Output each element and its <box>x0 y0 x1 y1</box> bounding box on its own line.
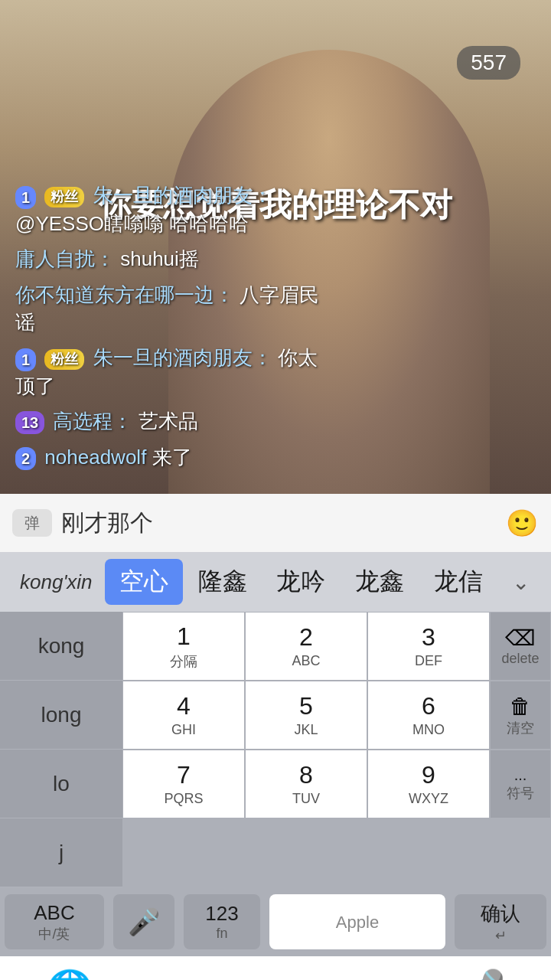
key-6[interactable]: 6 MNO <box>367 681 490 750</box>
word-choice-3[interactable]: j <box>0 818 122 887</box>
video-area: 557 你要想觉着我的理论不对 1 粉丝 朱一旦的酒肉朋友： @YESSO瞎嗡嗡… <box>0 0 551 494</box>
confirm-button[interactable]: 确认 ↵ <box>455 894 546 949</box>
fan-badge: 粉丝 <box>44 187 84 207</box>
keyboard-main: kong long lo j 1 分隔 2 ABC 3 DEF <box>0 612 551 887</box>
pinyin-hint: kong'xin <box>8 570 105 594</box>
globe-icon[interactable]: 🌐 <box>46 968 93 980</box>
word-choice-2[interactable]: lo <box>0 750 122 818</box>
chat-message: 你不知道东方在哪一边： 八字眉民谣 <box>15 281 337 337</box>
message-text: shuhui摇 <box>120 247 199 270</box>
key-4[interactable]: 4 GHI <box>122 681 245 750</box>
key-1[interactable]: 1 分隔 <box>122 612 245 681</box>
keyboard-area: kong long lo j 1 分隔 2 ABC 3 DEF <box>0 612 551 956</box>
viewer-count: 557 <box>457 46 520 80</box>
expand-suggestions-button[interactable]: ⌄ <box>497 559 543 605</box>
text-input[interactable]: 刚才那个 <box>61 506 496 540</box>
suggestion-item-3[interactable]: 龙鑫 <box>341 559 419 605</box>
message-text: 来了 <box>152 446 192 469</box>
mic-button[interactable]: 🎤 <box>113 894 174 949</box>
username: 庸人自扰： <box>15 247 115 270</box>
username: 高选程： <box>53 410 132 433</box>
key-3[interactable]: 3 DEF <box>367 612 490 681</box>
key-8[interactable]: 8 TUV <box>245 750 367 818</box>
123-button[interactable]: 123 fn <box>184 894 260 949</box>
ime-suggestion-bar: kong'xin 空心 隆鑫 龙吟 龙鑫 龙信 ⌄ <box>0 552 551 612</box>
message-text: @YESSO瞎嗡嗡 哈哈哈哈 <box>15 212 249 235</box>
chat-message: 1 粉丝 朱一旦的酒肉朋友： 你太顶了 <box>15 344 337 400</box>
suggestion-item-0[interactable]: 空心 <box>105 559 184 605</box>
suggestion-item-4[interactable]: 龙信 <box>419 559 497 605</box>
key-2[interactable]: 2 ABC <box>245 612 367 681</box>
message-text: 艺术品 <box>139 410 198 433</box>
mic-icon[interactable]: 🎤 <box>458 968 505 980</box>
keyboard-bottom-row: ABC 中/英 🎤 123 fn Apple 确认 ↵ <box>0 887 551 956</box>
username: 朱一旦的酒肉朋友： <box>93 184 272 207</box>
word-choice-1[interactable]: long <box>0 681 122 750</box>
space-button[interactable]: Apple <box>269 894 445 949</box>
symbols-key[interactable]: ... 符号 <box>490 750 551 818</box>
username: noheadwolf <box>44 446 146 469</box>
abc-button[interactable]: ABC 中/英 <box>5 894 104 949</box>
danmu-icon: 弹 <box>12 509 52 537</box>
numpad-grid: 1 分隔 2 ABC 3 DEF ⌫ delete 4 <box>122 612 551 818</box>
input-area: 弹 刚才那个 🙂 <box>0 494 551 552</box>
fan-badge: 粉丝 <box>44 349 84 370</box>
chat-message: 2 noheadwolf 来了 <box>15 443 337 471</box>
level-badge: 1 <box>15 348 36 371</box>
key-9[interactable]: 9 WXYZ <box>367 750 490 818</box>
system-bar: 🌐 🎤 <box>0 956 551 980</box>
chat-message: 庸人自扰： shuhui摇 <box>15 245 337 273</box>
word-choices-column: kong long lo j <box>0 612 122 887</box>
suggestion-item-1[interactable]: 隆鑫 <box>183 559 262 605</box>
clear-key[interactable]: 🗑 清空 <box>490 681 551 750</box>
key-7[interactable]: 7 PQRS <box>122 750 245 818</box>
level-badge: 1 <box>15 186 36 209</box>
username: 你不知道东方在哪一边： <box>15 283 234 306</box>
level-badge: 2 <box>15 447 36 470</box>
chat-area: 1 粉丝 朱一旦的酒肉朋友： @YESSO瞎嗡嗡 哈哈哈哈 庸人自扰： shuh… <box>0 181 352 479</box>
delete-key[interactable]: ⌫ delete <box>490 612 551 681</box>
chat-message: 13 高选程： 艺术品 <box>15 407 337 435</box>
chat-message: 1 粉丝 朱一旦的酒肉朋友： @YESSO瞎嗡嗡 哈哈哈哈 <box>15 181 337 237</box>
numpad-area: 1 分隔 2 ABC 3 DEF ⌫ delete 4 <box>122 612 551 887</box>
suggestion-item-2[interactable]: 龙吟 <box>262 559 341 605</box>
key-5[interactable]: 5 JKL <box>245 681 367 750</box>
emoji-button[interactable]: 🙂 <box>505 506 539 540</box>
username: 朱一旦的酒肉朋友： <box>93 346 272 369</box>
word-choice-0[interactable]: kong <box>0 612 122 681</box>
level-badge: 13 <box>15 411 44 434</box>
